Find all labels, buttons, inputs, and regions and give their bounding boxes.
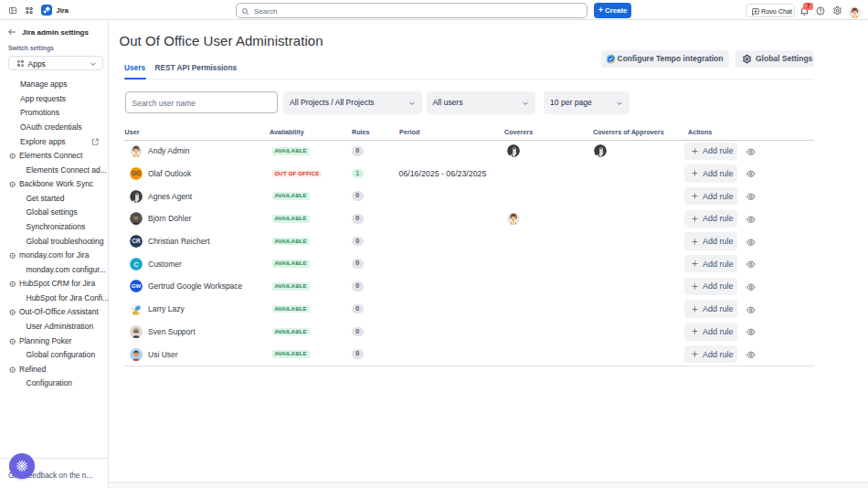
svg-text:CR: CR xyxy=(132,238,141,244)
svg-text:OO: OO xyxy=(132,170,141,176)
svg-text:GW: GW xyxy=(132,284,142,290)
svg-text:C: C xyxy=(134,260,139,267)
